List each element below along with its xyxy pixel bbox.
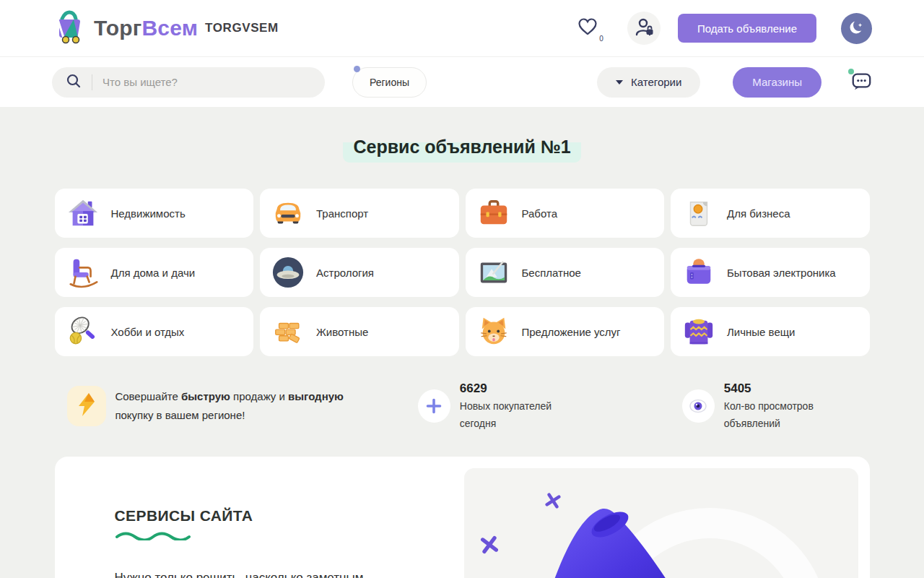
briefcase-icon [476, 196, 511, 230]
category-jobs[interactable]: Работа [466, 189, 665, 238]
chat-bubble-icon [850, 82, 872, 94]
car-icon [271, 196, 305, 230]
search-bar[interactable] [52, 67, 325, 98]
sparkle-cross-icon [543, 491, 562, 510]
header: ТоргВсем TORGVSEM 0 Подать объявление [0, 0, 924, 56]
promo-text: Совершайте быструю продажу и выгодную по… [115, 387, 348, 425]
bricks-icon [271, 314, 305, 349]
blue-cone-3d [535, 506, 701, 578]
logo-latin: TORGVSEM [205, 21, 279, 35]
search-icon [66, 73, 82, 92]
category-animals[interactable]: Животные [260, 307, 459, 356]
shops-button[interactable]: Магазины [733, 67, 821, 98]
green-squiggle-underline [115, 530, 191, 540]
plus-icon [418, 389, 450, 423]
tennis-racket-icon [66, 314, 100, 349]
post-ad-button[interactable]: Подать объявление [678, 14, 816, 43]
toolbar: Регионы Категории Магазины [0, 56, 924, 107]
category-real-estate[interactable]: Недвижимость [55, 189, 254, 238]
site-logo[interactable]: ТоргВсем TORGVSEM [52, 9, 279, 48]
stat-value: 5405 [724, 380, 870, 397]
regions-button[interactable]: Регионы [352, 67, 427, 98]
account-button[interactable] [627, 12, 661, 45]
moon-icon [848, 19, 866, 38]
cat-icon [476, 314, 511, 349]
chevron-down-icon [616, 80, 623, 85]
picture-icon [476, 255, 511, 290]
dark-mode-toggle[interactable] [841, 13, 872, 44]
services-illustration [464, 468, 858, 578]
page-title: Сервис объявлений №1 [343, 133, 580, 163]
house-icon [66, 196, 100, 230]
category-services[interactable]: Предложение услуг [466, 307, 665, 356]
sweater-icon [681, 314, 716, 349]
toaster-icon [681, 255, 716, 290]
search-input[interactable] [103, 76, 311, 88]
services-paragraph: Нужно только решить, насколько заметным [115, 571, 425, 578]
favorites-count: 0 [599, 35, 603, 43]
heart-icon [577, 27, 598, 39]
stats-band: Совершайте быструю продажу и выгодную по… [55, 377, 870, 435]
hero-section: Сервис объявлений №1 [0, 133, 924, 163]
category-hobby[interactable]: Хобби и отдых [55, 307, 254, 356]
category-electronics[interactable]: Бытовая электроника [671, 248, 870, 297]
stat-label: Кол-во просмотров объявлений [724, 397, 870, 432]
stat-value: 6629 [460, 380, 588, 397]
site-services-section: СЕРВИСЫ САЙТА Нужно только решить, наско… [55, 457, 870, 578]
stat-label: Новых покупателей сегодня [460, 397, 588, 432]
ufo-icon [271, 255, 305, 290]
category-transport[interactable]: Транспорт [260, 189, 459, 238]
category-grid: Недвижимость Транспорт [55, 189, 870, 356]
stat-new-buyers: 6629 Новых покупателей сегодня [418, 380, 588, 432]
category-astrology[interactable]: Астрология [260, 248, 459, 297]
services-heading: СЕРВИСЫ САЙТА [115, 507, 416, 525]
user-lock-icon [633, 16, 655, 40]
document-coin-icon [681, 196, 716, 230]
stat-views: 5405 Кол-во просмотров объявлений [682, 380, 870, 432]
category-personal-items[interactable]: Личные вещи [671, 307, 870, 356]
chat-online-dot [848, 69, 854, 74]
rocking-chair-icon [66, 255, 100, 290]
category-business[interactable]: Для бизнеса [671, 189, 870, 238]
favorites-button[interactable]: 0 [577, 17, 598, 40]
category-home-garden[interactable]: Для дома и дачи [55, 248, 254, 297]
category-free[interactable]: Бесплатное [466, 248, 665, 297]
chat-button[interactable] [850, 70, 872, 95]
cart-logo-icon [52, 9, 88, 48]
lightning-icon [76, 392, 97, 420]
regions-indicator-dot [354, 66, 360, 72]
search-divider [92, 74, 92, 90]
sparkle-cross-icon [479, 534, 500, 555]
logo-wordmark: ТоргВсем [94, 16, 198, 40]
eye-icon [682, 389, 715, 423]
lightning-tile [67, 386, 107, 426]
categories-dropdown[interactable]: Категории [597, 67, 700, 98]
